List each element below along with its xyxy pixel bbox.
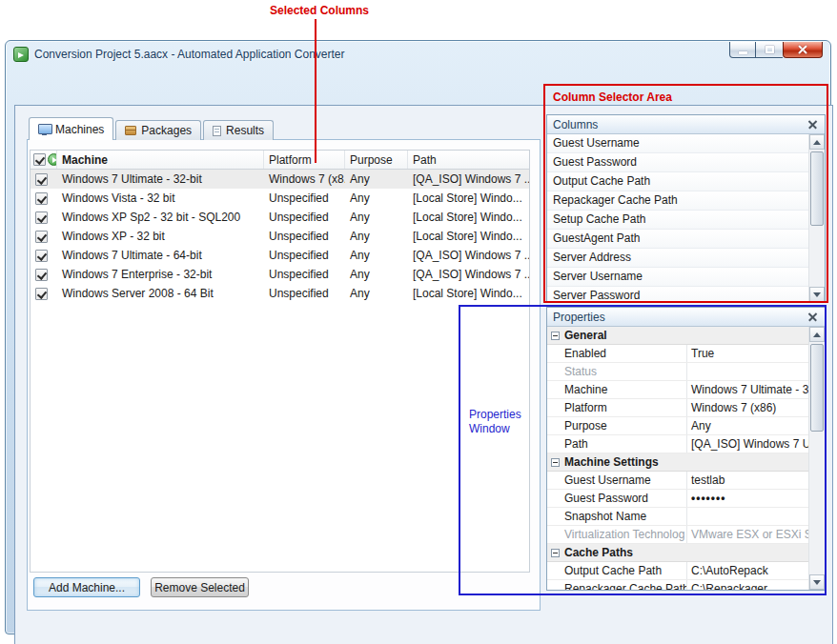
results-tab-icon [213,126,221,136]
cell-platform: Unspecified [264,208,345,227]
add-machine-button[interactable]: Add Machine... [33,577,140,597]
row-checkbox[interactable] [35,192,48,205]
list-item[interactable]: Server Password [547,287,808,302]
property-row[interactable]: Guest Password ••••••• [547,490,808,508]
scroll-up-button[interactable] [809,134,825,150]
property-value[interactable]: Any [686,417,808,434]
cell-path: [QA_ISO] Windows 7 ... [408,170,529,189]
tab-packages[interactable]: Packages [115,120,201,140]
tab-results[interactable]: Results [203,120,274,140]
tab-machines[interactable]: Machines [29,117,113,140]
cell-path: [Local Store] Windo... [408,284,529,303]
property-group-general[interactable]: General [547,327,808,345]
row-checkbox[interactable] [35,288,48,300]
property-value[interactable]: testlab [686,472,808,489]
select-all-checkbox[interactable] [33,153,46,166]
property-row[interactable]: Enabled True [547,345,808,363]
table-header-row: Machine Platform Purpose Path [31,151,529,170]
list-item[interactable]: Guest Password [547,153,808,172]
property-row[interactable]: Purpose Any [547,417,808,435]
property-value[interactable]: Windows 7 Ultimate - 3 [686,381,808,398]
collapse-icon[interactable] [551,332,560,340]
property-row[interactable]: Platform Windows 7 (x86) [547,399,808,417]
property-value[interactable]: C:\Repackager [686,580,808,590]
remove-selected-button[interactable]: Remove Selected [151,577,249,597]
column-header-purpose[interactable]: Purpose [345,151,408,169]
cell-platform: Unspecified [264,227,345,246]
table-row[interactable]: Windows 7 Ultimate - 32-bit Windows 7 (x… [31,170,529,189]
run-all-icon[interactable] [48,153,57,166]
properties-panel: Properties General Enabled True Status M… [546,307,826,591]
property-label: Repackager Cache Path [547,580,686,590]
row-checkbox[interactable] [35,269,48,281]
property-label: Purpose [547,417,686,434]
minimize-icon [739,51,747,54]
columns-scrollbar[interactable] [808,134,825,302]
property-row[interactable]: Guest Username testlab [547,472,808,490]
window-title: Conversion Project 5.aacx - Automated Ap… [34,48,345,61]
property-value[interactable] [686,508,808,525]
list-item[interactable]: Server Username [547,268,808,287]
cell-platform: Unspecified [264,265,345,284]
property-grid: General Enabled True Status Machine Wind… [547,327,808,590]
property-row[interactable]: Repackager Cache Path C:\Repackager [547,580,808,590]
table-row[interactable]: Windows XP Sp2 - 32 bit - SQL200 Unspeci… [31,208,529,227]
properties-panel-close-button[interactable] [806,311,819,323]
property-group-cache-paths[interactable]: Cache Paths [547,544,808,562]
cell-platform: Windows 7 (x8... [264,170,345,189]
property-value[interactable]: ••••••• [686,490,808,507]
table-row[interactable]: Windows 7 Ultimate - 64-bit Unspecified … [31,246,529,265]
collapse-icon[interactable] [551,549,560,557]
property-row[interactable]: Output Cache Path C:\AutoRepack [547,562,808,580]
property-row[interactable]: Path [QA_ISO] Windows 7 Ul [547,435,808,453]
table-row[interactable]: Windows XP - 32 bit Unspecified Any [Loc… [31,227,529,246]
list-item[interactable]: Setup Cache Path [547,211,808,230]
collapse-icon[interactable] [551,458,560,467]
column-header-path[interactable]: Path [408,151,529,169]
property-group-machine-settings[interactable]: Machine Settings [547,453,808,472]
table-row[interactable]: Windows Vista - 32 bit Unspecified Any [… [31,189,529,208]
scroll-down-button[interactable] [809,574,825,590]
cell-machine: Windows XP - 32 bit [57,227,264,246]
row-checkbox[interactable] [35,250,48,262]
property-row[interactable]: Virtualization Technolog VMware ESX or E… [547,526,808,544]
scroll-thumb[interactable] [810,344,824,432]
app-icon [13,47,29,62]
arrow-down-icon [813,580,821,585]
properties-panel-header: Properties [547,308,825,327]
row-checkbox[interactable] [35,211,48,224]
table-row[interactable]: Windows Server 2008 - 64 Bit Unspecified… [31,284,529,303]
row-checkbox[interactable] [35,173,48,186]
cell-machine: Windows 7 Ultimate - 32-bit [57,170,264,189]
close-button[interactable] [783,42,823,58]
list-item[interactable]: Server Address [547,249,808,268]
header-select-cell [31,151,57,169]
columns-panel-close-button[interactable] [806,118,819,131]
column-header-platform[interactable]: Platform [264,151,345,169]
property-row[interactable]: Machine Windows 7 Ultimate - 3 [547,381,808,399]
row-checkbox[interactable] [35,231,48,243]
list-item[interactable]: GuestAgent Path [547,230,808,249]
properties-scrollbar[interactable] [808,327,825,590]
machines-tab-icon [38,124,51,135]
cell-purpose: Any [345,246,408,265]
list-item[interactable]: Guest Username [547,134,808,153]
columns-panel-title: Columns [553,118,806,131]
maximize-button[interactable] [756,42,783,58]
scroll-thumb[interactable] [810,151,824,226]
table-row[interactable]: Windows 7 Enterprise - 32-bit Unspecifie… [31,265,529,284]
list-item[interactable]: Repackager Cache Path [547,191,808,211]
scroll-down-button[interactable] [809,287,825,302]
minimize-button[interactable] [729,42,756,58]
property-row[interactable]: Status [547,363,808,381]
cell-path: [Local Store] Windo... [408,189,529,208]
list-item[interactable]: Output Cache Path [547,172,808,191]
property-value[interactable]: C:\AutoRepack [686,562,808,579]
property-value[interactable]: [QA_ISO] Windows 7 Ul [686,435,808,453]
scroll-up-button[interactable] [809,327,825,342]
property-row[interactable]: Snapshot Name [547,508,808,526]
cell-path: [QA_ISO] Windows 7 ... [408,265,529,284]
property-value[interactable]: True [686,345,808,362]
property-value[interactable]: Windows 7 (x86) [686,399,808,416]
column-header-machine[interactable]: Machine [57,151,264,169]
